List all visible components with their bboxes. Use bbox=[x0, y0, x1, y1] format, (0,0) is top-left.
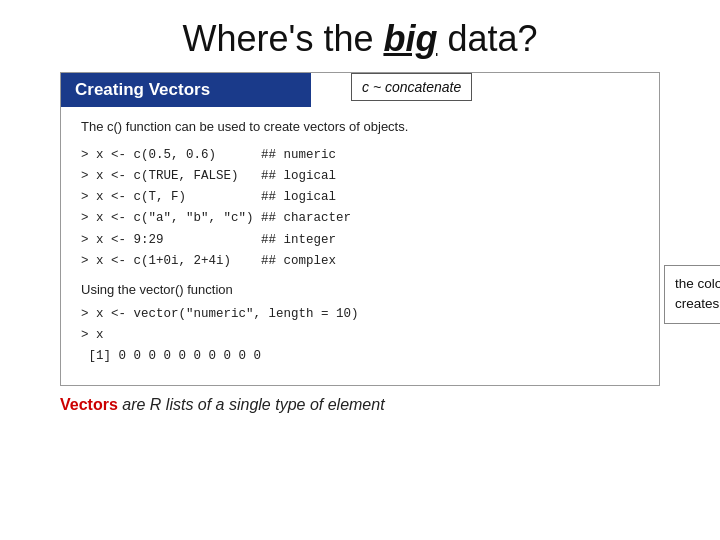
code-block-1: > x <- c(0.5, 0.6) ## numeric > x <- c(T… bbox=[81, 145, 639, 273]
code-line-1: > x <- c(0.5, 0.6) ## numeric bbox=[81, 145, 639, 166]
code-line-5: > x <- 9:29 ## integer bbox=[81, 230, 639, 251]
slide-box: Creating Vectors c ~ concatenate The c()… bbox=[60, 72, 660, 386]
colon-note: the colon : also creates vectors bbox=[664, 265, 720, 324]
code-block-2: > x <- vector("numeric", length = 10) > … bbox=[81, 304, 639, 368]
page-title: Where's the big data? bbox=[0, 0, 720, 72]
code-line-6: > x <- c(1+0i, 2+4i) ## complex bbox=[81, 251, 639, 272]
footer-text: Vectors are R lists of a single type of … bbox=[60, 396, 660, 414]
vector-function-label: Using the vector() function bbox=[81, 280, 639, 300]
tooltip-box: c ~ concatenate bbox=[351, 73, 472, 101]
slide-content: The c() function can be used to create v… bbox=[61, 107, 659, 385]
vector-code-line-1: > x <- vector("numeric", length = 10) bbox=[81, 304, 639, 325]
code-line-3: > x <- c(T, F) ## logical bbox=[81, 187, 639, 208]
vector-code-line-3: [1] 0 0 0 0 0 0 0 0 0 0 bbox=[81, 346, 639, 367]
code-line-2: > x <- c(TRUE, FALSE) ## logical bbox=[81, 166, 639, 187]
code-line-4: > x <- c("a", "b", "c") ## character bbox=[81, 208, 639, 229]
description-text: The c() function can be used to create v… bbox=[81, 117, 639, 137]
vector-code-line-2: > x bbox=[81, 325, 639, 346]
section-header: Creating Vectors bbox=[61, 73, 311, 107]
